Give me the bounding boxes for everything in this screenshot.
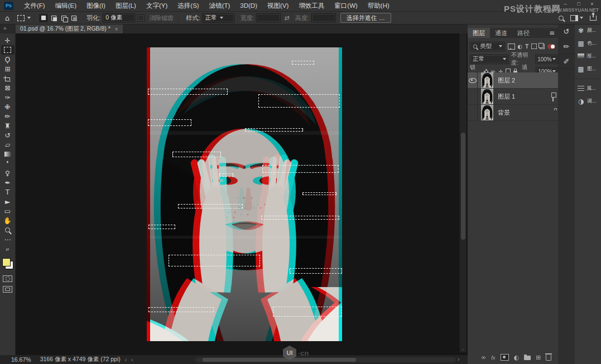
vertical-scrollbar-thumb[interactable]	[461, 133, 465, 240]
antialias-checkbox[interactable]	[137, 14, 145, 22]
menu-item-4[interactable]: 文字(Y)	[141, 0, 172, 11]
brushes-panel-icon[interactable]: ✐	[558, 54, 575, 69]
menu-item-7[interactable]: 3D(D)	[235, 0, 262, 11]
visibility-toggle[interactable]	[468, 105, 478, 120]
zoom-level[interactable]: 16.67%	[11, 356, 31, 363]
more-tools[interactable]: ⋯	[0, 235, 16, 244]
maximize-button[interactable]: □	[572, 0, 585, 7]
close-button[interactable]: ×	[585, 0, 599, 7]
dodge-tool[interactable]: ♀	[0, 168, 16, 178]
vertical-scrollbar[interactable]	[459, 33, 467, 352]
history-panel-icon[interactable]: ↺	[558, 24, 575, 39]
layer-thumbnail[interactable]	[481, 89, 493, 104]
foreground-color-swatch[interactable]	[2, 258, 11, 266]
visibility-toggle[interactable]	[468, 89, 478, 104]
menu-item-2[interactable]: 图像(I)	[81, 0, 110, 11]
color-panel[interactable]: ✾颜...	[575, 24, 601, 37]
brush-settings-panel-icon[interactable]: ✏	[558, 39, 575, 54]
panel-menu-icon[interactable]: ≡	[549, 29, 555, 37]
new-selection-mode-button[interactable]	[39, 14, 48, 22]
chevron-down-icon[interactable]	[27, 17, 31, 19]
swatches-panel[interactable]: ▦色...	[575, 37, 601, 50]
tab-channels[interactable]: 通道	[490, 28, 512, 38]
adjustments-panel[interactable]: ◑调...	[575, 95, 601, 108]
layer-effects-icon[interactable]: fx	[491, 355, 495, 361]
hand-tool[interactable]: ✋	[0, 216, 16, 225]
patterns-panel[interactable]: ▩图...	[575, 62, 601, 75]
select-and-mask-button[interactable]: 选择并遮住 …	[340, 13, 391, 23]
new-layer-icon[interactable]: ⊞	[536, 354, 541, 361]
move-tool[interactable]: ✛	[0, 36, 16, 45]
history-brush-tool[interactable]: ↺	[0, 130, 16, 140]
properties-panel[interactable]: 属...	[575, 82, 601, 95]
home-icon[interactable]: ⌂	[5, 14, 9, 22]
filter-type-layers-icon[interactable]: T	[525, 43, 528, 50]
tab-layers[interactable]: 图层	[468, 28, 490, 38]
feather-input[interactable]: 0 像素	[103, 13, 135, 22]
menu-item-0[interactable]: 文件(F)	[19, 0, 50, 11]
height-input[interactable]	[311, 13, 336, 22]
canvas-area[interactable]: ˇ	[16, 33, 468, 355]
menu-item-10[interactable]: 窗口(W)	[329, 0, 363, 11]
close-tab-icon[interactable]: ×	[115, 26, 118, 32]
layer-row-2[interactable]: 背景	[468, 105, 558, 121]
filter-adjustment-layers-icon[interactable]: ◐	[518, 43, 523, 50]
visibility-toggle[interactable]	[468, 72, 478, 88]
brush-tool[interactable]: ✏	[0, 111, 16, 121]
lasso-tool[interactable]: Ϙ	[0, 55, 16, 64]
pen-tool[interactable]: ✒	[0, 178, 16, 187]
layer-thumbnail[interactable]	[481, 72, 493, 88]
new-group-icon[interactable]	[524, 356, 531, 360]
layer-thumbnail[interactable]	[481, 105, 493, 120]
menu-item-1[interactable]: 编辑(E)	[50, 0, 81, 11]
quick-mask-button[interactable]	[3, 275, 12, 282]
zoom-tool[interactable]	[0, 225, 16, 235]
marquee-tool-preset-icon[interactable]	[17, 15, 25, 21]
workspace-switcher[interactable]	[570, 15, 583, 21]
eraser-tool[interactable]: ▱	[0, 140, 16, 149]
scroll-right-icon[interactable]: ›	[458, 356, 459, 362]
width-input[interactable]	[256, 13, 281, 22]
document-tab[interactable]: 01.psd @ 16.7% (图层 2, RGB/8) * ×	[16, 25, 123, 33]
add-selection-mode-button[interactable]	[49, 14, 58, 22]
add-mask-icon[interactable]	[501, 354, 509, 361]
layer-row-0[interactable]: 图层 2	[468, 72, 558, 89]
type-tool[interactable]: T	[0, 187, 16, 197]
opacity-select[interactable]: 100%	[535, 55, 558, 64]
filter-kind-select[interactable]: 类型	[470, 42, 505, 51]
object-selection-tool[interactable]: ⊞	[0, 64, 16, 74]
menu-item-5[interactable]: 选择(S)	[172, 0, 204, 11]
path-selection-tool[interactable]: ►	[0, 197, 16, 206]
clone-stamp-tool[interactable]: ♜	[0, 121, 16, 130]
filter-pixel-layers-icon[interactable]	[508, 43, 515, 50]
menu-item-11[interactable]: 帮助(H)	[363, 0, 395, 11]
shape-tool[interactable]: ▭	[0, 206, 16, 216]
delete-layer-icon[interactable]	[546, 355, 551, 361]
subtract-selection-mode-button[interactable]	[59, 14, 68, 22]
swap-colors-icon[interactable]: ⇄	[6, 247, 9, 252]
horizontal-scrollbar-thumb[interactable]	[203, 358, 356, 362]
link-layers-icon[interactable]: ∞	[481, 354, 486, 361]
screen-mode-button[interactable]	[3, 286, 12, 293]
horizontal-scrollbar[interactable]	[195, 357, 455, 362]
menu-item-3[interactable]: 图层(L)	[110, 0, 141, 11]
filter-toggle[interactable]	[547, 44, 555, 49]
status-popup-chevron[interactable]: ›	[125, 357, 127, 363]
adjustment-layer-icon[interactable]: ◐	[514, 354, 520, 361]
blur-tool[interactable]: ❜	[0, 159, 16, 168]
collapse-tools-icon[interactable]: »	[3, 25, 7, 31]
layer-row-1[interactable]: 图层 1	[468, 89, 558, 105]
share-icon[interactable]	[590, 16, 597, 21]
eyedropper-tool[interactable]: ✑	[0, 93, 16, 102]
crop-tool[interactable]	[0, 74, 16, 83]
filter-smart-objects-icon[interactable]	[540, 44, 545, 49]
scroll-down-icon[interactable]: ˇ	[462, 349, 465, 355]
swap-dimensions-icon[interactable]: ⇄	[284, 14, 289, 22]
search-icon[interactable]	[559, 16, 564, 21]
gradient-tool[interactable]	[0, 149, 16, 159]
menu-item-6[interactable]: 滤镜(T)	[204, 0, 235, 11]
healing-brush-tool[interactable]: ✙	[0, 102, 16, 111]
intersect-selection-mode-button[interactable]	[69, 14, 78, 22]
blend-mode-select[interactable]: 正常	[470, 55, 509, 64]
menu-item-9[interactable]: 增效工具	[294, 0, 329, 11]
